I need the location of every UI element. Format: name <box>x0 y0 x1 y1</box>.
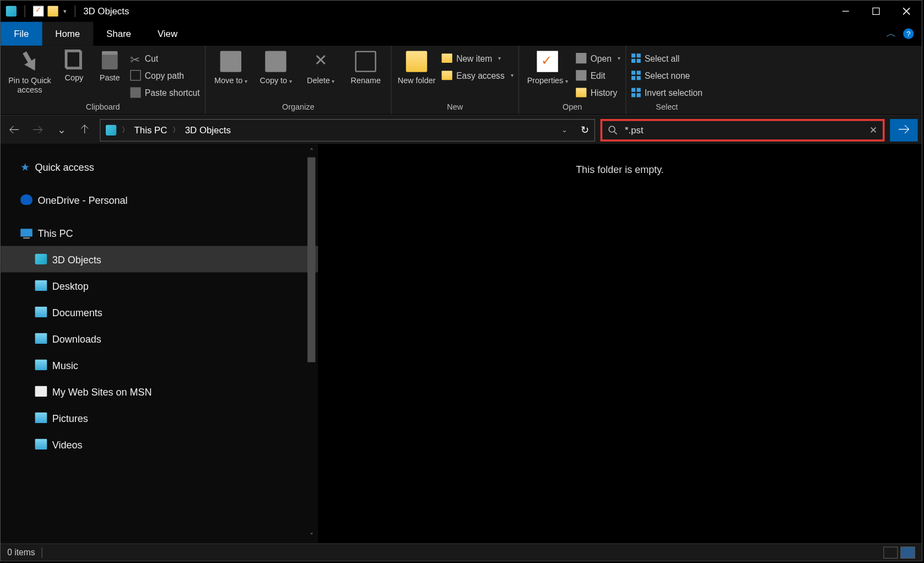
delete-button[interactable]: ✕ Delete▾ <box>301 48 341 85</box>
properties-button[interactable]: Properties▾ <box>525 48 571 85</box>
svg-point-4 <box>609 126 615 132</box>
selectall-icon <box>631 53 641 63</box>
breadcrumb-3d-objects[interactable]: 3D Objects <box>185 124 231 135</box>
invert-selection-button[interactable]: Invert selection <box>631 85 703 100</box>
select-none-button[interactable]: Select none <box>631 68 703 83</box>
easy-access-button[interactable]: Easy access▾ <box>442 68 514 83</box>
ribbon-group-clipboard: Pin to Quick access Copy Paste ✂Cut Copy… <box>1 46 206 115</box>
forward-button[interactable]: 🡢 <box>29 121 47 139</box>
delete-icon: ✕ <box>310 51 331 72</box>
cloud-icon <box>20 194 33 205</box>
navigation-pane: ★ Quick access OneDrive - Personal This … <box>1 144 318 544</box>
pin-quick-access-button[interactable]: Pin to Quick access <box>6 48 53 95</box>
navigation-bar: 🡠 🡢 ⌄ 🡡 〉 This PC 〉 3D Objects ⌄ ↻ *.pst… <box>1 115 922 144</box>
tab-file[interactable]: File <box>1 22 42 46</box>
cut-icon: ✂ <box>130 53 141 63</box>
search-icon <box>608 124 618 135</box>
copy-path-button[interactable]: Copy path <box>130 68 199 83</box>
ribbon-collapse-icon[interactable]: ︿ <box>886 27 896 41</box>
new-item-button[interactable]: New item▾ <box>442 51 514 65</box>
cube-icon <box>35 254 47 264</box>
minimize-button[interactable] <box>830 1 861 21</box>
copy-icon <box>66 51 82 69</box>
ribbon-tabs: File Home Share View ︿ ? <box>1 22 922 46</box>
sidebar-item-desktop[interactable]: Desktop <box>1 272 318 299</box>
copypath-icon <box>130 70 141 80</box>
titlebar: ▾ 3D Objects <box>1 1 922 21</box>
tab-view[interactable]: View <box>144 22 191 46</box>
recent-locations-button[interactable]: ⌄ <box>52 121 71 139</box>
folder-icon <box>35 413 47 423</box>
moveto-icon <box>220 51 241 72</box>
status-bar: 0 items <box>1 543 922 560</box>
folder-icon <box>35 360 47 370</box>
help-icon[interactable]: ? <box>903 29 914 39</box>
sidebar-item-pictures[interactable]: Pictures <box>1 404 318 431</box>
sidebar-onedrive[interactable]: OneDrive - Personal <box>1 186 318 213</box>
history-button[interactable]: History <box>576 85 620 100</box>
select-all-button[interactable]: Select all <box>631 51 703 65</box>
content-pane: This folder is empty. <box>318 144 922 544</box>
selectnone-icon <box>631 71 641 80</box>
chevron-right-icon[interactable]: 〉 <box>122 125 129 135</box>
move-to-button[interactable]: Move to▾ <box>211 48 251 85</box>
copy-to-button[interactable]: Copy to▾ <box>256 48 296 85</box>
tab-share[interactable]: Share <box>93 22 144 46</box>
main-area: ★ Quick access OneDrive - Personal This … <box>1 144 922 544</box>
maximize-button[interactable] <box>861 1 891 21</box>
sidebar-this-pc[interactable]: This PC <box>1 219 318 246</box>
rename-button[interactable]: Rename <box>346 48 386 85</box>
search-box[interactable]: *.pst ✕ <box>601 118 885 141</box>
search-input[interactable]: *.pst <box>625 124 863 135</box>
scroll-up-icon[interactable]: ˄ <box>310 147 314 156</box>
ribbon: Pin to Quick access Copy Paste ✂Cut Copy… <box>1 46 922 115</box>
pasteshortcut-icon <box>130 87 141 98</box>
clear-search-button[interactable]: ✕ <box>869 124 877 135</box>
easyaccess-icon <box>442 71 452 80</box>
sidebar-item-3d-objects[interactable]: 3D Objects <box>1 246 318 272</box>
details-view-button[interactable] <box>883 546 898 559</box>
address-dropdown-icon[interactable]: ⌄ <box>561 126 568 134</box>
back-button[interactable]: 🡠 <box>4 121 23 139</box>
ribbon-group-new: New folder New item▾ Easy access▾ New <box>392 46 520 115</box>
location-icon <box>106 124 116 135</box>
sidebar-scrollbar[interactable]: ˄ ˅ <box>306 147 317 540</box>
open-button[interactable]: Open▾ <box>576 51 620 65</box>
sidebar-item-downloads[interactable]: Downloads <box>1 325 318 351</box>
ribbon-group-organize: Move to▾ Copy to▾ ✕ Delete▾ Rename Organ… <box>206 46 391 115</box>
close-button[interactable] <box>891 1 922 21</box>
folder-icon <box>406 51 427 72</box>
refresh-button[interactable]: ↻ <box>581 124 590 136</box>
scroll-down-icon[interactable]: ˅ <box>310 532 314 541</box>
address-bar[interactable]: 〉 This PC 〉 3D Objects ⌄ ↻ <box>100 118 595 141</box>
sidebar-quick-access[interactable]: ★ Quick access <box>1 153 318 180</box>
up-button[interactable]: 🡡 <box>76 121 95 139</box>
tab-home[interactable]: Home <box>42 22 93 46</box>
sidebar-item-videos[interactable]: Videos <box>1 431 318 457</box>
scroll-thumb[interactable] <box>307 158 315 362</box>
sidebar-item-music[interactable]: Music <box>1 351 318 378</box>
thumbnails-view-button[interactable] <box>900 546 915 559</box>
paste-shortcut-button[interactable]: Paste shortcut <box>130 85 199 100</box>
edit-button[interactable]: Edit <box>576 68 620 83</box>
cut-button[interactable]: ✂Cut <box>130 51 199 65</box>
ribbon-group-open: Properties▾ Open▾ Edit History Open <box>519 46 626 115</box>
copy-button[interactable]: Copy <box>59 48 89 83</box>
newitem-icon <box>442 53 452 63</box>
star-icon: ★ <box>20 160 30 173</box>
qat-dropdown-icon[interactable]: ▾ <box>63 8 67 14</box>
sidebar-item-mywebsites[interactable]: My Web Sites on MSN <box>1 378 318 404</box>
file-icon <box>35 386 47 397</box>
folder-icon <box>35 333 47 344</box>
empty-folder-message: This folder is empty. <box>576 164 664 175</box>
paste-button[interactable]: Paste <box>95 48 125 83</box>
search-submit-button[interactable]: 🡢 <box>890 118 917 141</box>
qat-properties-icon[interactable] <box>33 6 44 17</box>
window-title: 3D Objects <box>83 6 129 17</box>
qat-newfolder-icon[interactable] <box>47 6 58 17</box>
sidebar-item-documents[interactable]: Documents <box>1 299 318 325</box>
chevron-right-icon[interactable]: 〉 <box>172 125 180 135</box>
new-folder-button[interactable]: New folder <box>397 48 436 85</box>
breadcrumb-this-pc[interactable]: This PC <box>134 124 167 135</box>
app-icon <box>6 6 17 17</box>
